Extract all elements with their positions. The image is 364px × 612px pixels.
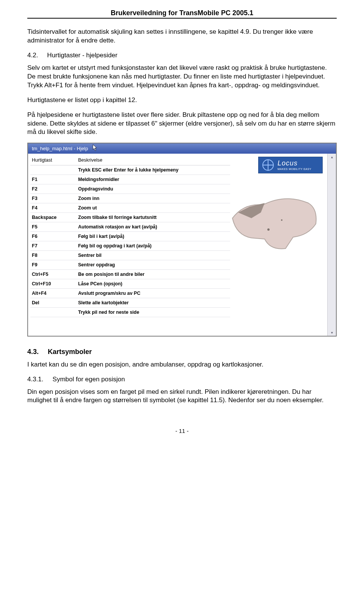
shortcut-key: F1 (30, 175, 77, 184)
table-row: F6Følg bil i kart (av/på) (30, 232, 230, 241)
table-row: BackspaceZoom tilbake til forringe kartu… (30, 213, 230, 222)
shortcut-desc: Be om posisjon til andre biler (77, 270, 230, 279)
decorative-vehicle-graphic (229, 192, 320, 252)
section-4-3-heading: 4.3. Kartsymboler (27, 347, 337, 356)
shortcut-desc: Meldingsformidler (77, 175, 230, 184)
shortcut-key: Alt+F4 (30, 289, 77, 298)
page-number: - 11 - (27, 428, 337, 434)
shortcut-key: F6 (30, 232, 77, 241)
scroll-up-icon[interactable]: ▴ (331, 155, 333, 159)
shortcut-key: F3 (30, 194, 77, 203)
shortcut-key: Ctrl+F10 (30, 279, 77, 289)
table-row: Ctrl+F10Låse PCen (opsjon) (30, 279, 230, 289)
table-row: Ctrl+F5Be om posisjon til andre biler (30, 270, 230, 279)
table-row: Alt+F4Avslutt program/skru av PC (30, 289, 230, 298)
shortcut-key: F5 (30, 222, 77, 232)
window-titlebar[interactable]: tm_help_map.html - Hjelp (28, 143, 336, 154)
section-4-2-number: 4.2. (27, 51, 38, 60)
document-header: Brukerveiledning for TransMobile PC 2005… (27, 9, 337, 19)
shortcut-key: Del (30, 298, 77, 308)
paragraph-4: På hjelpesidene er hurtigtastene listet … (27, 111, 337, 137)
shortcut-key: F9 (30, 260, 77, 270)
table-row: F5Automatisk rotasjon av kart (av/på) (30, 222, 230, 232)
scrollbar[interactable]: ▴ ▾ (327, 154, 336, 336)
shortcut-desc: Zoom inn (77, 194, 230, 203)
table-row: F8Sentrer bil (30, 251, 230, 260)
shortcut-key: F4 (30, 203, 77, 213)
section-4-3-1-heading: 4.3.1. Symbol for egen posisjon (27, 375, 337, 384)
shortcut-key: Backspace (30, 213, 77, 222)
shortcut-key (30, 165, 77, 175)
table-row: DelSlette alle kartobjekter (30, 298, 230, 308)
table-row: F7Følg bil og oppdrag i kart (av/på) (30, 241, 230, 251)
shortcut-desc: Sentrer oppdrag (77, 260, 230, 270)
shortcut-key: F2 (30, 184, 77, 194)
section-4-2-title: Hurtigtaster - hjelpesider (47, 51, 117, 60)
locus-logo-icon (262, 159, 274, 171)
shortcut-desc: Zoom tilbake til forringe kartutsnitt (77, 213, 230, 222)
cursor-icon (93, 144, 98, 153)
table-row: F1Meldingsformidler (30, 175, 230, 184)
shortcut-key (30, 308, 77, 317)
shortcut-desc: Avslutt program/skru av PC (77, 289, 230, 298)
section-4-3-1-title: Symbol for egen posisjon (53, 375, 125, 384)
paragraph-5: I kartet kan du se din egen posisjon, an… (27, 360, 337, 369)
shortcut-desc: Automatisk rotasjon av kart (av/på) (77, 222, 230, 232)
shortcut-desc: Zoom ut (77, 203, 230, 213)
help-content-area: Locus MAKES MOBILITY EASY Hurtigtast Bes… (28, 154, 327, 336)
section-4-2-heading: 4.2. Hurtigtaster - hjelpesider (27, 51, 337, 60)
section-4-3-title: Kartsymboler (48, 347, 92, 356)
table-row: Trykk ESC eller Enter for å lukke hjelpe… (30, 165, 230, 175)
shortcut-table: Hurtigtast Beskrivelse Trykk ESC eller E… (30, 155, 230, 317)
shortcut-desc: Trykk ESC eller Enter for å lukke hjelpe… (77, 165, 230, 175)
shortcut-desc: Sentrer bil (77, 251, 230, 260)
paragraph-2: Selv om kartet er utstyrt med funksjonst… (27, 64, 337, 90)
shortcut-desc: Oppdragsvindu (77, 184, 230, 194)
section-4-3-number: 4.3. (27, 347, 39, 356)
shortcut-key: F8 (30, 251, 77, 260)
locus-logo: Locus MAKES MOBILITY EASY (258, 157, 323, 173)
col-header-key: Hurtigtast (30, 155, 77, 165)
shortcut-desc: Trykk pil ned for neste side (77, 308, 230, 317)
shortcut-desc: Slette alle kartobjekter (77, 298, 230, 308)
svg-point-1 (281, 219, 282, 221)
shortcut-desc: Følg bil i kart (av/på) (77, 232, 230, 241)
scroll-down-icon[interactable]: ▾ (331, 330, 333, 335)
paragraph-3: Hurtigtastene er listet opp i kapittel 1… (27, 96, 337, 105)
svg-point-0 (267, 228, 270, 231)
shortcut-desc: Låse PCen (opsjon) (77, 279, 230, 289)
logo-tagline: MAKES MOBILITY EASY (278, 168, 311, 170)
shortcut-key: F7 (30, 241, 77, 251)
help-window: tm_help_map.html - Hjelp Locus MAKES MOB… (27, 143, 337, 337)
table-row: Trykk pil ned for neste side (30, 308, 230, 317)
table-row: F9Sentrer oppdrag (30, 260, 230, 270)
paragraph-intro: Tidsintervallet for automatisk skjuling … (27, 28, 337, 45)
section-4-3-1-number: 4.3.1. (27, 375, 44, 384)
shortcut-desc: Følg bil og oppdrag i kart (av/på) (77, 241, 230, 251)
col-header-desc: Beskrivelse (77, 155, 230, 165)
window-title: tm_help_map.html - Hjelp (32, 146, 88, 151)
shortcut-key: Ctrl+F5 (30, 270, 77, 279)
paragraph-6: Din egen posisjon vises som en farget pi… (27, 388, 337, 405)
table-row: F2Oppdragsvindu (30, 184, 230, 194)
table-row: F3Zoom inn (30, 194, 230, 203)
logo-brand: Locus (278, 160, 311, 167)
table-row: F4Zoom ut (30, 203, 230, 213)
